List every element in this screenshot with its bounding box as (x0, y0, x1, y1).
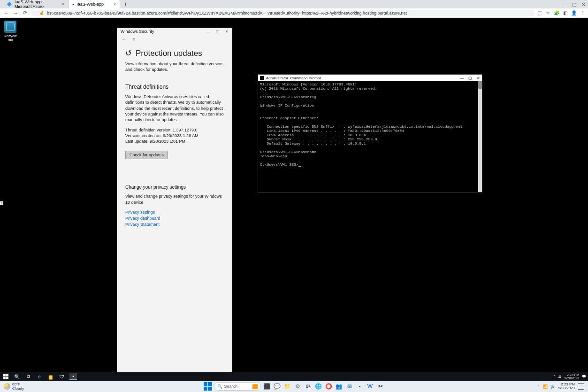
taskbar-center: 🔍 Search 🟧 ⬛ 💬 📁 ⚙ 🛍 🌐 ⭕ 👥 ✉ ▪ W ✂ (204, 381, 385, 392)
snip-icon[interactable]: ✂ (376, 382, 385, 391)
task-view-icon[interactable]: ⧉ (24, 373, 32, 380)
tab-title: IaaS-Web-app - Microsoft Azure (15, 0, 59, 9)
word-icon[interactable]: W (366, 382, 374, 391)
bookmark-icon[interactable]: ☆ (546, 10, 550, 15)
titlebar[interactable]: Administrator: Command Prompt — ▢ ✕ (258, 75, 482, 81)
tray-chevron-icon[interactable]: ⌃ (537, 384, 540, 389)
remote-desktop: Recycle Bin » Windows Security — ▢ ✕ ← ≡… (0, 18, 588, 381)
close-icon[interactable]: ✕ (477, 76, 480, 80)
back-button[interactable]: ← (122, 36, 127, 42)
window-title: Windows Security (121, 29, 154, 34)
nav-bar: ← ≡ (117, 35, 232, 43)
definitions-description: Windows Defender Antivirus uses files ca… (125, 94, 224, 123)
search-placeholder: Search (224, 384, 238, 389)
search-badge-icon: 🟧 (252, 384, 258, 389)
wifi-icon[interactable]: 📶 (543, 384, 548, 389)
security-icon[interactable]: 🛡 (58, 373, 66, 380)
maximize-icon[interactable]: ▢ (216, 30, 220, 34)
tab-title: IaaS-Web-app (76, 2, 104, 7)
file-explorer-icon[interactable]: ▆ (47, 373, 54, 380)
volume-icon[interactable]: 🔊 (550, 384, 555, 389)
notification-icon[interactable] (578, 383, 584, 390)
close-icon[interactable]: × (114, 2, 116, 7)
menu-icon[interactable]: ⋮ (580, 10, 585, 15)
teams-icon[interactable]: 👥 (335, 382, 344, 391)
ie-icon[interactable]: e (36, 373, 43, 380)
minimize-icon[interactable]: — (460, 76, 464, 80)
file-explorer-icon[interactable]: 📁 (283, 382, 292, 391)
close-icon[interactable]: ✕ (579, 2, 588, 7)
browser-toolbar: ← → ⟳ 🔒 bst-cae4c589-7cdf-4356-b785-bea4… (0, 8, 588, 18)
check-updates-button[interactable]: Check for updates (125, 151, 168, 159)
cmd-icon: ▪ (72, 2, 74, 7)
back-button[interactable]: ← (3, 10, 9, 16)
refresh-icon: ↻ (125, 48, 132, 58)
browser-tab-vm[interactable]: ▪ IaaS-Web-app × (69, 0, 120, 8)
clock[interactable]: 2:23 PM 9/20/2023 (558, 383, 575, 391)
command-prompt-window: Administrator: Command Prompt — ▢ ✕ Micr… (258, 74, 482, 192)
clock[interactable]: 2:23 PM 9/20/2023 (565, 373, 579, 380)
version-info: Threat definition version: 1.397.1279.0 … (125, 127, 224, 144)
sidepanel-icon[interactable]: ◧ (563, 10, 567, 15)
window-controls: — ▢ ✕ (560, 0, 588, 8)
privacy-heading: Change your privacy settings (125, 184, 224, 190)
weather-icon (4, 383, 10, 390)
search-icon[interactable]: 🔍 (13, 373, 21, 380)
titlebar[interactable]: Windows Security — ▢ ✕ (117, 28, 232, 35)
hamburger-icon[interactable]: ≡ (132, 36, 135, 42)
remote-taskbar: 🔍 ⧉ e ▆ 🛡 ▪ ⌃ 🖧 2:23 PM 9/20/2023 💬 (0, 372, 588, 381)
edge-icon[interactable]: 🌐 (314, 382, 323, 391)
lock-icon: 🔒 (39, 11, 44, 15)
reload-button[interactable]: ⟳ (22, 10, 28, 16)
profile-icon[interactable]: 👤 (571, 10, 577, 15)
cmd-taskbar-icon[interactable]: ▪ (69, 373, 77, 380)
scrollbar-thumb[interactable] (478, 81, 482, 89)
privacy-description: View and change privacy settings for you… (125, 193, 224, 205)
minimize-icon[interactable]: — (206, 30, 210, 34)
page-title-text: Protection updates (136, 49, 202, 58)
system-tray: ⌃ 🖧 2:23 PM 9/20/2023 💬 (553, 373, 586, 380)
close-icon[interactable]: ✕ (225, 30, 229, 34)
address-bar[interactable]: 🔒 bst-cae4c589-7cdf-4356-b785-bea45f90f7… (31, 10, 535, 16)
start-button[interactable] (2, 373, 9, 380)
scrollbar[interactable] (478, 81, 482, 192)
terminal-icon[interactable]: ▪ (356, 382, 364, 391)
host-taskbar: 60°F Cloudy 🔍 Search 🟧 ⬛ 💬 📁 ⚙ 🛍 🌐 ⭕ 👥 ✉… (0, 381, 588, 392)
recycle-bin-label: Recycle Bin (4, 34, 17, 42)
start-button[interactable] (204, 382, 212, 391)
host-system-tray: ⌃ 📶 🔊 2:23 PM 9/20/2023 (537, 383, 584, 391)
close-icon[interactable]: × (62, 2, 64, 7)
extensions-icon[interactable]: 🧩 (554, 10, 559, 15)
task-view-icon[interactable]: ⬛ (263, 382, 271, 391)
browser-tab-azure[interactable]: 🔷 IaaS-Web-app - Microsoft Azure × (3, 0, 69, 8)
definitions-heading: Threat definitions (125, 84, 224, 90)
terminal-output[interactable]: Microsoft Windows [Version 10.0.17763.48… (258, 81, 482, 192)
chrome-icon[interactable]: ⭕ (325, 382, 333, 391)
recycle-bin[interactable]: Recycle Bin (2, 21, 19, 42)
weather-widget[interactable]: 60°F Cloudy (4, 382, 24, 391)
chat-icon[interactable]: 💬 (273, 382, 282, 391)
minimize-icon[interactable]: — (560, 2, 569, 7)
install-icon[interactable]: ⬚ (538, 10, 542, 15)
settings-icon[interactable]: ⚙ (294, 382, 302, 391)
bastion-expand-icon[interactable]: » (0, 201, 3, 205)
maximize-icon[interactable]: ▢ (468, 76, 472, 80)
maximize-icon[interactable]: ▢ (569, 2, 579, 7)
forward-button[interactable]: → (12, 10, 19, 16)
notification-icon[interactable]: 💬 (582, 375, 586, 378)
privacy-settings-link[interactable]: Privacy settings (125, 210, 224, 215)
window-title: Administrator: Command Prompt (266, 76, 321, 80)
tray-chevron-icon[interactable]: ⌃ (553, 375, 556, 378)
url-text: bst-cae4c589-7cdf-4356-b785-bea45f90f72a… (47, 11, 407, 15)
page-title: ↻ Protection updates (125, 48, 224, 58)
outlook-icon[interactable]: ✉ (345, 382, 354, 391)
network-icon[interactable]: 🖧 (558, 375, 562, 378)
store-icon[interactable]: 🛍 (304, 382, 313, 391)
recycle-bin-icon (4, 21, 16, 33)
privacy-dashboard-link[interactable]: Privacy dashboard (125, 216, 224, 221)
azure-icon: 🔷 (7, 2, 12, 7)
new-tab-button[interactable]: + (120, 1, 131, 8)
privacy-statement-link[interactable]: Privacy Statement (125, 222, 224, 227)
cmd-icon (260, 76, 264, 80)
search-input[interactable]: 🔍 Search 🟧 (214, 382, 261, 391)
